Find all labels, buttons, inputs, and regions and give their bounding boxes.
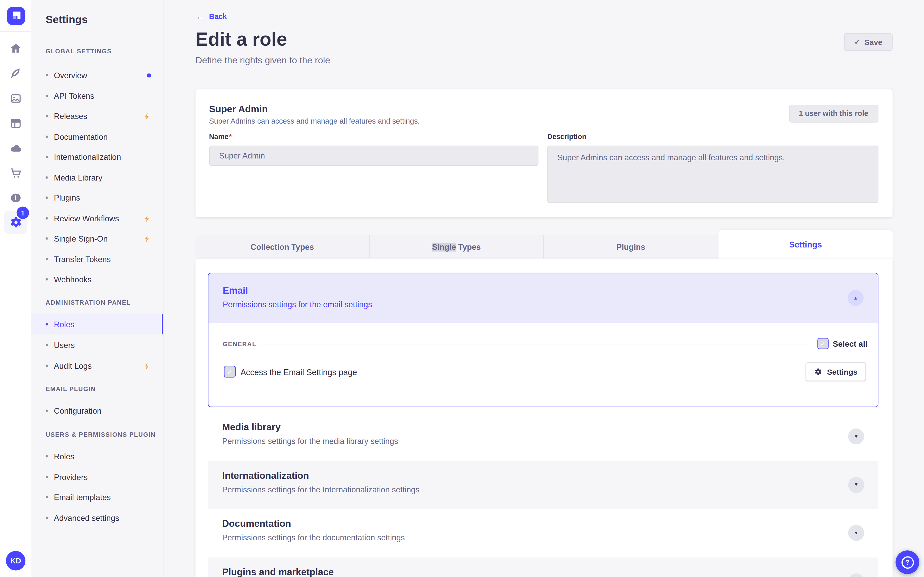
- sidebar-item-media-library[interactable]: Media Library: [31, 168, 163, 187]
- email-accordion-body: GENERAL ✓ Select all ✓ Access the Email …: [208, 323, 878, 406]
- users-with-role-button[interactable]: 1 user with this role: [789, 105, 878, 122]
- sidebar-item-single-sign-on[interactable]: Single Sign-On: [31, 229, 163, 248]
- role-card: Super Admin Super Admins can access and …: [195, 89, 893, 217]
- email-accordion-header[interactable]: Email Permissions settings for the email…: [208, 273, 878, 323]
- tab-settings-active[interactable]: Settings: [719, 230, 892, 259]
- bullet-icon: [46, 176, 48, 179]
- sidebar-item-documentation[interactable]: Documentation: [31, 127, 163, 147]
- sidebar-item-audit-logs[interactable]: Audit Logs: [31, 356, 163, 376]
- section-administration-panel: ADMINISTRATION PANEL: [46, 299, 131, 306]
- marketplace-cart-icon[interactable]: [9, 166, 23, 180]
- help-button[interactable]: ?: [895, 550, 919, 574]
- section-global-settings: GLOBAL SETTINGS: [46, 47, 111, 55]
- question-mark-icon: ?: [901, 556, 913, 568]
- lightning-icon: [143, 362, 151, 369]
- tab-single-types[interactable]: Single Types: [370, 235, 544, 258]
- sidebar-item-roles-active[interactable]: Roles: [31, 314, 163, 334]
- sidebar-item-internationalization[interactable]: Internationalization: [31, 147, 163, 167]
- select-all-checkbox[interactable]: ✓: [817, 338, 829, 349]
- bullet-icon: [46, 365, 48, 367]
- app-window: 1 KD Settings GLOBAL SETTINGS Overview A…: [0, 0, 924, 577]
- bullet-icon: [46, 517, 48, 519]
- back-link[interactable]: ← Back: [195, 12, 227, 21]
- access-email-settings-label: Access the Email Settings page: [241, 367, 357, 377]
- sidebar-item-api-tokens[interactable]: API Tokens: [31, 86, 163, 106]
- check-icon: ✓: [854, 38, 860, 46]
- save-button[interactable]: ✓ Save: [844, 33, 892, 51]
- bullet-icon: [46, 95, 48, 97]
- bullet-icon: [46, 115, 48, 117]
- settings-subnav: Settings GLOBAL SETTINGS Overview API To…: [31, 0, 164, 577]
- content-manager-feather-icon[interactable]: [9, 67, 23, 81]
- page-title: Edit a role: [195, 29, 287, 50]
- role-name: Super Admin: [209, 104, 268, 115]
- tab-plugins[interactable]: Plugins: [544, 235, 718, 258]
- section-email-plugin: EMAIL PLUGIN: [46, 385, 96, 392]
- strapi-logo-icon: [7, 7, 25, 25]
- divider: [259, 344, 809, 344]
- divider: [0, 31, 31, 32]
- divider: [0, 546, 31, 546]
- sidebar-item-configuration[interactable]: Configuration: [31, 401, 163, 421]
- email-accordion-expanded: Email Permissions settings for the email…: [208, 273, 878, 407]
- name-label: Name*: [209, 132, 232, 141]
- required-asterisk: *: [229, 132, 232, 141]
- sidebar-item-advanced-settings[interactable]: Advanced settings: [31, 508, 163, 528]
- triangle-up-icon: ▲: [853, 296, 858, 300]
- bullet-icon: [46, 476, 48, 478]
- bullet-icon: [46, 74, 48, 76]
- sidebar-item-review-workflows[interactable]: Review Workflows: [31, 208, 163, 228]
- email-title: Email: [223, 285, 248, 296]
- bullet-icon: [46, 156, 48, 158]
- triangle-down-icon: ▼: [854, 482, 859, 487]
- cloud-icon[interactable]: [9, 142, 23, 155]
- home-icon[interactable]: [9, 42, 23, 55]
- sidebar-item-overview[interactable]: Overview: [31, 65, 163, 85]
- tab-collection-types[interactable]: Collection Types: [195, 235, 370, 258]
- general-section-label: GENERAL: [223, 340, 257, 348]
- permissions-tabbar: Collection Types Single Types Plugins Se…: [195, 235, 893, 258]
- name-field[interactable]: [209, 146, 538, 166]
- settings-permissions-panel: Email Permissions settings for the email…: [195, 258, 893, 577]
- media-library-icon[interactable]: [9, 92, 23, 105]
- back-label: Back: [209, 12, 227, 20]
- bullet-icon: [46, 217, 48, 219]
- arrow-left-icon: ←: [195, 12, 205, 21]
- internationalization-accordion[interactable]: Internationalization Permissions setting…: [208, 461, 878, 509]
- description-field[interactable]: Super Admins can access and manage all f…: [547, 146, 878, 203]
- sidebar-item-providers[interactable]: Providers: [31, 467, 163, 487]
- lightning-icon: [143, 112, 151, 120]
- sidebar-item-transfer-tokens[interactable]: Transfer Tokens: [31, 249, 163, 269]
- strapi-logo[interactable]: [7, 7, 25, 25]
- media-library-accordion[interactable]: Media library Permissions settings for t…: [208, 413, 878, 461]
- role-description: Super Admins can access and manage all f…: [209, 117, 420, 126]
- documentation-accordion[interactable]: Documentation Permissions settings for t…: [208, 509, 878, 557]
- collapse-button[interactable]: ▲: [848, 290, 863, 306]
- sidebar-item-email-templates[interactable]: Email templates: [31, 487, 163, 507]
- plugins-marketplace-accordion[interactable]: Plugins and marketplace ▼: [208, 557, 878, 577]
- bullet-icon: [46, 344, 48, 346]
- sidebar-item-webhooks[interactable]: Webhooks: [31, 269, 163, 289]
- bullet-icon: [46, 135, 48, 138]
- expand-button[interactable]: ▼: [848, 429, 864, 445]
- page-subtitle: Define the rights given to the role: [195, 55, 330, 66]
- info-icon[interactable]: [9, 191, 23, 205]
- triangle-down-icon: ▼: [854, 434, 859, 439]
- sidebar-item-users[interactable]: Users: [31, 335, 163, 355]
- bullet-icon: [46, 278, 48, 280]
- content-type-builder-icon[interactable]: [9, 117, 23, 130]
- email-settings-button[interactable]: Settings: [805, 362, 866, 381]
- text-selection: Single: [432, 242, 456, 251]
- bullet-icon: [46, 237, 48, 240]
- expand-button[interactable]: ▼: [848, 573, 864, 577]
- triangle-down-icon: ▼: [854, 530, 859, 535]
- bullet-icon: [46, 197, 48, 199]
- expand-button[interactable]: ▼: [848, 525, 864, 541]
- sidebar-item-up-roles[interactable]: Roles: [31, 446, 163, 466]
- bullet-icon: [46, 455, 48, 458]
- sidebar-item-releases[interactable]: Releases: [31, 106, 163, 126]
- user-avatar[interactable]: KD: [6, 551, 26, 571]
- sidebar-item-plugins[interactable]: Plugins: [31, 188, 163, 208]
- expand-button[interactable]: ▼: [848, 477, 864, 493]
- access-email-settings-checkbox[interactable]: ✓: [224, 366, 236, 377]
